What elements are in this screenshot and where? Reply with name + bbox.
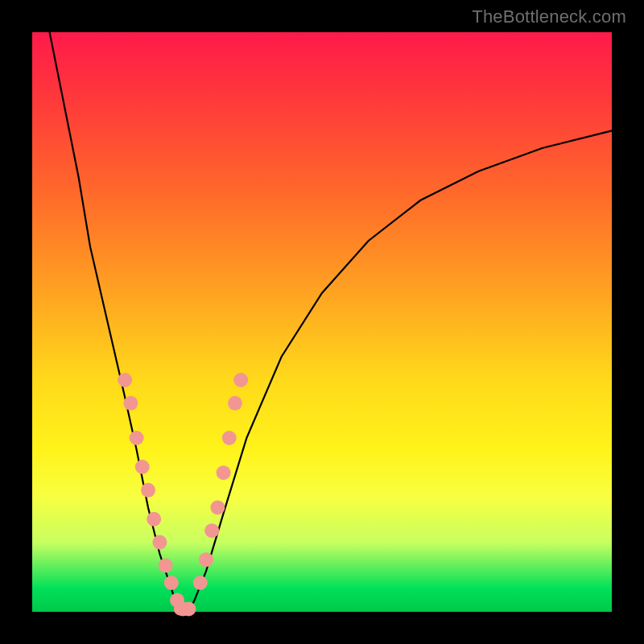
marker-dot — [164, 576, 179, 590]
marker-dot — [147, 512, 161, 526]
curve-left — [50, 32, 184, 612]
marker-dot — [222, 431, 237, 445]
marker-dot — [152, 535, 167, 550]
marker-dot — [159, 558, 173, 572]
curve-right — [188, 130, 612, 612]
marker-dot — [210, 500, 225, 514]
watermark-text: TheBottleneck.com — [472, 6, 626, 27]
plot-area — [32, 32, 612, 612]
marker-dot — [193, 576, 208, 590]
trough-bar — [174, 604, 194, 615]
marker-dot — [123, 396, 138, 411]
marker-dot — [204, 523, 219, 538]
marker-dot — [233, 373, 248, 387]
marker-dot — [217, 465, 231, 480]
marker-dot — [228, 396, 242, 411]
marker-dot — [135, 460, 150, 474]
marker-dot — [118, 373, 132, 387]
marker-dot — [141, 483, 155, 497]
marker-dot — [130, 431, 144, 445]
chart-svg — [32, 32, 612, 612]
marker-dot — [199, 552, 213, 567]
